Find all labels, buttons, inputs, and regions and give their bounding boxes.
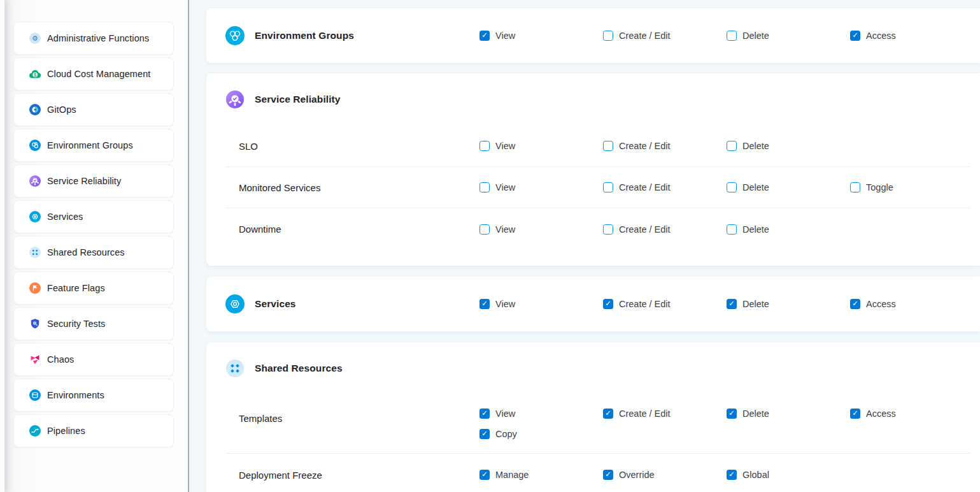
permission-create-edit[interactable]: Create / Edit [603,219,727,240]
checkbox-checked[interactable] [603,470,613,480]
permission-view[interactable]: View [479,136,603,156]
permission-create-edit[interactable]: Create / Edit [603,25,727,46]
sidebar-item-gitops[interactable]: GitOps [13,93,174,126]
row-label: Monitored Services [239,182,479,193]
feature-flag-icon [29,282,41,294]
permission-delete[interactable]: Delete [727,294,850,314]
resource-category-list: ⚙Administrative Functions$Cloud Cost Man… [13,22,174,447]
permission-create-edit[interactable]: Create / Edit [603,294,727,314]
sidebar-item-label: Feature Flags [47,283,105,293]
permission-row-slo: SLOViewCreate / EditDelete [226,126,970,167]
row-label: Templates [239,409,479,429]
permission-global[interactable]: Global [727,465,850,485]
section-header: Shared Resources [206,342,980,394]
sidebar-item-service-reliability[interactable]: Service Reliability [13,164,174,198]
sidebar-item-administrative-functions[interactable]: ⚙Administrative Functions [13,22,174,55]
checkbox-checked[interactable] [850,409,860,419]
permission-view[interactable]: View [479,177,603,198]
permission-create-edit[interactable]: Create / Edit [603,403,727,424]
checkbox-unchecked[interactable] [479,224,490,235]
section-service-reliability: Service ReliabilitySLOViewCreate / EditD… [206,73,980,266]
sidebar-item-feature-flags[interactable]: Feature Flags [13,271,174,305]
service-reliability-icon [29,175,41,187]
permission-label: Access [866,409,896,419]
permission-view[interactable]: View [479,25,603,46]
permission-view[interactable]: View [479,219,603,240]
permission-delete[interactable]: Delete [727,25,850,46]
checkbox-checked[interactable] [603,409,613,419]
sidebar-item-label: Services [47,212,83,222]
checkbox-checked[interactable] [850,31,860,41]
checkbox-checked[interactable] [850,299,860,309]
sidebar-item-label: Cloud Cost Management [47,69,151,79]
permission-toggle[interactable]: Toggle [850,177,974,198]
permission-label: View [495,141,515,151]
checkbox-unchecked[interactable] [603,31,613,41]
permission-cell: View [479,294,603,314]
permission-access[interactable]: Access [850,294,974,314]
sidebar-item-chaos[interactable]: Chaos [13,343,174,376]
checkbox-unchecked[interactable] [727,31,737,41]
permission-label: Delete [742,141,769,151]
sidebar-item-cloud-cost-management[interactable]: $Cloud Cost Management [13,57,174,90]
permission-cell: Create / Edit [603,25,727,46]
checkbox-checked[interactable] [727,470,737,480]
permission-label: Create / Edit [619,31,671,41]
checkbox-checked[interactable] [479,31,490,41]
checkbox-checked[interactable] [479,299,490,309]
permission-label: Global [742,470,769,480]
permission-delete[interactable]: Delete [727,403,850,424]
permission-label: View [495,299,515,309]
checkbox-unchecked[interactable] [727,224,737,235]
checkbox-checked[interactable] [479,409,490,419]
permission-create-edit[interactable]: Create / Edit [603,177,727,198]
sidebar-item-security-tests[interactable]: Security Tests [13,307,174,340]
checkbox-checked[interactable] [479,470,490,480]
permission-view[interactable]: View [479,403,603,424]
checkbox-unchecked[interactable] [727,141,737,151]
permission-label: View [495,31,515,41]
sidebar-item-shared-resources[interactable]: Shared Resources [13,236,174,269]
permission-grid: ViewCreate / EditDelete [479,136,974,156]
sidebar-item-environment-groups[interactable]: Environment Groups [13,129,174,162]
permission-view[interactable]: View [479,294,603,314]
sidebar-item-pipelines[interactable]: Pipelines [13,414,174,447]
permission-delete[interactable]: Delete [727,219,850,240]
checkbox-unchecked[interactable] [603,141,613,151]
permission-manage[interactable]: Manage [479,465,603,485]
permission-grid: ViewCopyCreate / EditDeleteAccess [479,403,974,444]
section-header: ServicesViewCreate / EditDeleteAccess [206,277,980,331]
checkbox-unchecked[interactable] [727,182,737,192]
sidebar-item-services[interactable]: Services [13,200,174,233]
permission-cell: Create / Edit [603,136,727,156]
checkbox-unchecked[interactable] [603,224,613,235]
permission-override[interactable]: Override [603,465,727,485]
permission-row-downtime: DowntimeViewCreate / EditDelete [226,208,970,250]
permission-delete[interactable]: Delete [727,177,850,198]
checkbox-unchecked[interactable] [479,141,490,151]
checkbox-unchecked[interactable] [479,182,490,192]
service-reliability-icon [225,90,245,109]
sidebar-item-label: Pipelines [47,426,85,436]
checkbox-checked[interactable] [603,299,613,309]
permission-access[interactable]: Access [850,25,974,46]
permission-cell: Create / Edit [603,403,727,444]
checkbox-unchecked[interactable] [603,182,613,192]
checkbox-checked[interactable] [727,409,737,419]
gitops-icon [29,103,41,116]
permission-row-deployment-freeze: Deployment FreezeManageOverrideGlobal [226,454,970,492]
permission-cell: Create / Edit [603,177,727,198]
permission-access[interactable]: Access [850,403,974,424]
checkbox-checked[interactable] [479,429,490,439]
checkbox-checked[interactable] [727,299,737,309]
permission-label: Delete [742,31,769,41]
permission-cell [850,465,974,485]
permission-create-edit[interactable]: Create / Edit [603,136,727,156]
section-services: ServicesViewCreate / EditDeleteAccess [206,277,980,331]
permission-cell: Create / Edit [603,294,727,314]
permission-delete[interactable]: Delete [727,136,850,156]
permission-copy[interactable]: Copy [479,424,603,444]
permission-label: Create / Edit [619,141,671,151]
sidebar-item-environments[interactable]: Environments [13,379,174,412]
checkbox-unchecked[interactable] [850,182,860,192]
